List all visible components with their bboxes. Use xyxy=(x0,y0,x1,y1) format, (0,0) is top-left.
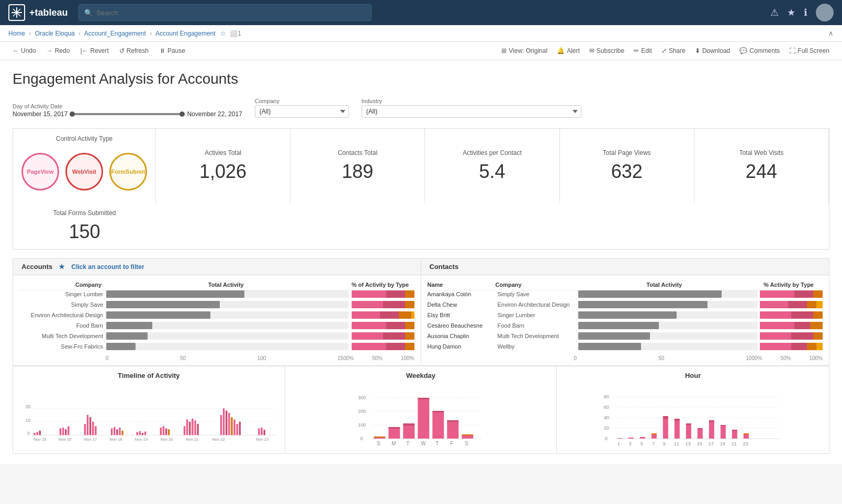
breadcrumb-star[interactable]: ☆ xyxy=(220,30,226,37)
svg-text:23: 23 xyxy=(743,441,748,446)
subscribe-button[interactable]: ✉ Subscribe xyxy=(585,45,628,57)
accounts-section: Accounts ★ Click an account to filter Co… xyxy=(13,258,421,366)
svg-text:0: 0 xyxy=(360,436,363,441)
svg-rect-103 xyxy=(652,434,657,439)
contact-row-elsy: Elsy Britt Singer Lumber xyxy=(428,311,823,319)
contact-row-hung: Hung Damon Wellby xyxy=(428,343,823,350)
svg-rect-82 xyxy=(462,434,473,435)
contacts-x-axis: 0 50 100 0% 50% 100% xyxy=(428,353,823,361)
download-button[interactable]: ⬇ Download xyxy=(691,45,734,57)
svg-rect-44 xyxy=(228,413,230,435)
svg-rect-106 xyxy=(663,416,668,419)
svg-text:T: T xyxy=(406,441,409,446)
account-row-environ: Environ Architectural Design xyxy=(19,311,414,319)
svg-text:7: 7 xyxy=(652,441,655,446)
svg-text:40: 40 xyxy=(604,415,609,420)
svg-rect-113 xyxy=(709,422,714,439)
webvisit-circle[interactable]: WebVisit xyxy=(65,153,103,191)
svg-rect-23 xyxy=(114,427,115,435)
accounts-col-headers: Company Total Activity % of Activity by … xyxy=(19,279,414,290)
star-icon[interactable]: ★ xyxy=(787,7,795,18)
svg-text:5: 5 xyxy=(641,441,643,446)
svg-rect-13 xyxy=(60,429,61,435)
breadcrumb-collapse[interactable]: ∧ xyxy=(828,29,834,37)
contact-row-delta: Delta Chew Environ Architectural Design xyxy=(428,301,823,308)
search-input[interactable] xyxy=(97,9,366,17)
svg-rect-19 xyxy=(89,417,91,435)
svg-text:20: 20 xyxy=(604,425,609,431)
svg-rect-45 xyxy=(231,417,232,435)
comments-button[interactable]: 💬 Comments xyxy=(735,45,784,57)
formsubmit-circle[interactable]: FormSubmit xyxy=(109,153,147,191)
date-filter: Day of Activity Date November 15, 2017 N… xyxy=(13,103,242,118)
info-icon[interactable]: ℹ xyxy=(804,7,807,18)
svg-rect-42 xyxy=(223,408,224,435)
svg-rect-73 xyxy=(403,425,414,439)
avatar[interactable] xyxy=(816,4,834,21)
revert-icon: |← xyxy=(80,47,88,54)
svg-text:F: F xyxy=(450,441,453,446)
breadcrumb-eloqua[interactable]: Oracle Eloqua xyxy=(35,30,75,37)
svg-rect-79 xyxy=(447,422,458,439)
nav-actions: ⚠ ★ ℹ xyxy=(770,4,834,21)
breadcrumb-account-engagement[interactable]: Account_Engagement xyxy=(84,30,146,37)
svg-rect-107 xyxy=(675,421,680,439)
undo-button[interactable]: ← Undo xyxy=(8,45,40,57)
svg-rect-10 xyxy=(33,433,35,435)
svg-text:3: 3 xyxy=(629,441,632,446)
svg-text:9: 9 xyxy=(663,441,666,446)
share-button[interactable]: ⤢ Share xyxy=(657,45,690,57)
industry-select[interactable]: (All) xyxy=(362,105,581,118)
contacts-rows: Amankaya Colón Simply Save xyxy=(428,290,823,350)
svg-rect-49 xyxy=(258,429,260,435)
svg-rect-30 xyxy=(144,432,146,435)
svg-rect-25 xyxy=(119,428,120,435)
account-row-sewfro: Sew-Fro Fabrics xyxy=(19,343,414,350)
date-slider[interactable]: November 15, 2017 November 22, 2017 xyxy=(13,110,242,118)
pause-icon: ⏸ xyxy=(159,47,165,54)
activity-bar-singer xyxy=(106,290,349,298)
svg-text:10: 10 xyxy=(26,418,31,423)
svg-rect-116 xyxy=(721,425,726,426)
svg-text:Nov 20: Nov 20 xyxy=(161,437,173,442)
view-original-button[interactable]: ⊞ View: Original xyxy=(497,45,552,57)
accounts-x-axis: 0 50 100 150 0% 50% 100% xyxy=(19,353,414,361)
svg-rect-109 xyxy=(686,425,691,439)
view-icon: ⊞ xyxy=(501,47,507,54)
breadcrumb-home[interactable]: Home xyxy=(8,30,25,37)
svg-rect-102 xyxy=(640,437,645,439)
svg-rect-120 xyxy=(744,433,749,434)
pause-button[interactable]: ⏸ Pause xyxy=(155,45,189,57)
alert-button[interactable]: 🔔 Alert xyxy=(553,45,584,57)
svg-text:Nov 23: Nov 23 xyxy=(256,437,268,442)
svg-rect-22 xyxy=(111,429,113,435)
toolbar: ← Undo → Redo |← Revert ↺ Refresh ⏸ Paus… xyxy=(0,42,842,60)
activity-circles: PageView WebVisit FormSubmit xyxy=(21,147,147,197)
svg-rect-81 xyxy=(462,435,473,439)
main-content: Engagement Analysis for Accounts Day of … xyxy=(0,60,842,464)
svg-text:100: 100 xyxy=(358,422,366,428)
revert-button[interactable]: |← Revert xyxy=(76,45,113,57)
edit-button[interactable]: ✏ Edit xyxy=(630,45,656,57)
accounts-filter-link[interactable]: Click an account to filter xyxy=(71,263,144,271)
company-select[interactable]: (All) xyxy=(255,105,349,118)
hour-svg: 0 20 40 60 80 xyxy=(563,384,823,446)
svg-rect-76 xyxy=(418,398,429,399)
fullscreen-button[interactable]: ⛶ Full Screen xyxy=(785,45,834,57)
slider-track[interactable] xyxy=(70,113,185,115)
filter-star-icon: ★ xyxy=(59,263,65,271)
svg-rect-39 xyxy=(194,420,196,435)
refresh-button[interactable]: ↺ Refresh xyxy=(115,45,153,57)
svg-rect-115 xyxy=(721,426,726,439)
timeline-svg: 0 10 20 xyxy=(19,384,278,446)
pageview-circle[interactable]: PageView xyxy=(21,153,59,191)
alert-icon[interactable]: ⚠ xyxy=(770,7,779,18)
svg-text:1: 1 xyxy=(618,441,620,446)
search-bar[interactable]: 🔍 xyxy=(78,4,372,21)
svg-text:T: T xyxy=(435,441,439,446)
redo-button[interactable]: → Redo xyxy=(42,45,74,57)
svg-rect-104 xyxy=(652,433,657,434)
subscribe-icon: ✉ xyxy=(589,47,594,54)
accounts-table: Company Total Activity % of Activity by … xyxy=(13,275,421,365)
tableau-logo[interactable]: +tableau xyxy=(8,4,68,21)
